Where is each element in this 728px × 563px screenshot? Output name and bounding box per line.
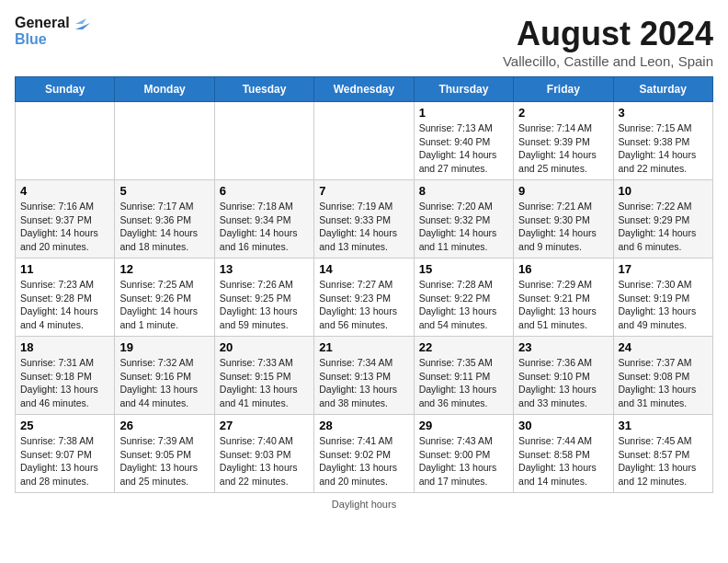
date-number: 20 bbox=[220, 340, 309, 354]
date-number: 30 bbox=[518, 419, 608, 432]
cell-text: Sunrise: 7:15 AM Sunset: 9:38 PM Dayligh… bbox=[619, 121, 708, 176]
calendar-cell bbox=[314, 102, 414, 180]
cell-text: Sunrise: 7:29 AM Sunset: 9:21 PM Dayligh… bbox=[518, 278, 608, 332]
logo: General Blue bbox=[15, 15, 90, 49]
date-number: 2 bbox=[518, 106, 608, 120]
cell-text: Sunrise: 7:13 AM Sunset: 9:40 PM Dayligh… bbox=[419, 121, 508, 176]
date-number: 13 bbox=[220, 262, 309, 276]
calendar-cell: 6Sunrise: 7:18 AM Sunset: 9:34 PM Daylig… bbox=[214, 180, 313, 259]
calendar-cell: 13Sunrise: 7:26 AM Sunset: 9:25 PM Dayli… bbox=[214, 259, 313, 337]
calendar-cell: 2Sunrise: 7:14 AM Sunset: 9:39 PM Daylig… bbox=[514, 102, 613, 180]
cell-text: Sunrise: 7:19 AM Sunset: 9:33 PM Dayligh… bbox=[319, 200, 408, 254]
calendar-cell: 17Sunrise: 7:30 AM Sunset: 9:19 PM Dayli… bbox=[613, 259, 712, 337]
daylight-label: Daylight hours bbox=[332, 499, 396, 510]
calendar-cell: 10Sunrise: 7:22 AM Sunset: 9:29 PM Dayli… bbox=[613, 180, 712, 259]
date-number: 14 bbox=[319, 262, 408, 276]
cell-text: Sunrise: 7:22 AM Sunset: 9:29 PM Dayligh… bbox=[619, 200, 708, 254]
date-number: 25 bbox=[20, 419, 109, 432]
calendar-cell: 19Sunrise: 7:32 AM Sunset: 9:16 PM Dayli… bbox=[115, 337, 214, 415]
cell-text: Sunrise: 7:26 AM Sunset: 9:25 PM Dayligh… bbox=[220, 278, 309, 332]
calendar-cell: 11Sunrise: 7:23 AM Sunset: 9:28 PM Dayli… bbox=[16, 259, 115, 337]
date-number: 23 bbox=[518, 340, 608, 354]
cell-text: Sunrise: 7:20 AM Sunset: 9:32 PM Dayligh… bbox=[419, 200, 508, 254]
date-number: 17 bbox=[619, 262, 708, 276]
date-number: 22 bbox=[419, 340, 508, 354]
date-number: 18 bbox=[20, 340, 109, 354]
calendar-cell: 12Sunrise: 7:25 AM Sunset: 9:26 PM Dayli… bbox=[115, 259, 214, 337]
day-header-sunday: Sunday bbox=[16, 77, 115, 102]
calendar-cell: 9Sunrise: 7:21 AM Sunset: 9:30 PM Daylig… bbox=[514, 180, 613, 259]
calendar-cell: 16Sunrise: 7:29 AM Sunset: 9:21 PM Dayli… bbox=[514, 259, 613, 337]
day-header-saturday: Saturday bbox=[613, 77, 712, 102]
calendar-cell: 5Sunrise: 7:17 AM Sunset: 9:36 PM Daylig… bbox=[115, 180, 214, 259]
cell-text: Sunrise: 7:32 AM Sunset: 9:16 PM Dayligh… bbox=[119, 356, 209, 410]
calendar-cell: 23Sunrise: 7:36 AM Sunset: 9:10 PM Dayli… bbox=[514, 337, 613, 415]
calendar-cell: 24Sunrise: 7:37 AM Sunset: 9:08 PM Dayli… bbox=[613, 337, 712, 415]
date-number: 28 bbox=[319, 419, 408, 432]
cell-text: Sunrise: 7:43 AM Sunset: 9:00 PM Dayligh… bbox=[419, 434, 508, 488]
calendar-cell: 22Sunrise: 7:35 AM Sunset: 9:11 PM Dayli… bbox=[414, 337, 513, 415]
svg-marker-0 bbox=[75, 23, 90, 29]
calendar-cell: 18Sunrise: 7:31 AM Sunset: 9:18 PM Dayli… bbox=[16, 337, 115, 415]
day-header-friday: Friday bbox=[514, 77, 613, 102]
cell-text: Sunrise: 7:27 AM Sunset: 9:23 PM Dayligh… bbox=[319, 278, 408, 332]
cell-text: Sunrise: 7:37 AM Sunset: 9:08 PM Dayligh… bbox=[619, 356, 708, 410]
date-number: 9 bbox=[518, 184, 608, 198]
date-number: 4 bbox=[20, 184, 109, 198]
calendar-cell: 8Sunrise: 7:20 AM Sunset: 9:32 PM Daylig… bbox=[414, 180, 513, 259]
calendar-cell bbox=[115, 102, 214, 180]
date-number: 29 bbox=[419, 419, 508, 432]
date-number: 19 bbox=[119, 340, 209, 354]
cell-text: Sunrise: 7:40 AM Sunset: 9:03 PM Dayligh… bbox=[220, 434, 309, 488]
day-header-wednesday: Wednesday bbox=[314, 77, 414, 102]
cell-text: Sunrise: 7:45 AM Sunset: 8:57 PM Dayligh… bbox=[619, 434, 708, 488]
date-number: 24 bbox=[619, 340, 708, 354]
day-header-thursday: Thursday bbox=[414, 77, 513, 102]
cell-text: Sunrise: 7:18 AM Sunset: 9:34 PM Dayligh… bbox=[220, 200, 309, 254]
date-number: 16 bbox=[518, 262, 608, 276]
date-number: 15 bbox=[419, 262, 508, 276]
calendar-cell: 14Sunrise: 7:27 AM Sunset: 9:23 PM Dayli… bbox=[314, 259, 414, 337]
cell-text: Sunrise: 7:30 AM Sunset: 9:19 PM Dayligh… bbox=[619, 278, 708, 332]
calendar-table: SundayMondayTuesdayWednesdayThursdayFrid… bbox=[15, 76, 713, 493]
cell-text: Sunrise: 7:28 AM Sunset: 9:22 PM Dayligh… bbox=[419, 278, 508, 332]
svg-marker-1 bbox=[75, 18, 86, 24]
cell-text: Sunrise: 7:33 AM Sunset: 9:15 PM Dayligh… bbox=[220, 356, 309, 410]
date-number: 26 bbox=[119, 419, 209, 432]
calendar-cell bbox=[214, 102, 313, 180]
subtitle: Vallecillo, Castille and Leon, Spain bbox=[503, 53, 713, 69]
cell-text: Sunrise: 7:38 AM Sunset: 9:07 PM Dayligh… bbox=[20, 434, 109, 488]
cell-text: Sunrise: 7:39 AM Sunset: 9:05 PM Dayligh… bbox=[119, 434, 209, 488]
calendar-cell: 28Sunrise: 7:41 AM Sunset: 9:02 PM Dayli… bbox=[314, 415, 414, 493]
date-number: 10 bbox=[619, 184, 708, 198]
calendar-cell: 29Sunrise: 7:43 AM Sunset: 9:00 PM Dayli… bbox=[414, 415, 513, 493]
footer: Daylight hours bbox=[15, 499, 713, 510]
cell-text: Sunrise: 7:16 AM Sunset: 9:37 PM Dayligh… bbox=[20, 200, 109, 254]
calendar-cell: 7Sunrise: 7:19 AM Sunset: 9:33 PM Daylig… bbox=[314, 180, 414, 259]
date-number: 6 bbox=[220, 184, 309, 198]
date-number: 11 bbox=[20, 262, 109, 276]
day-header-tuesday: Tuesday bbox=[214, 77, 313, 102]
cell-text: Sunrise: 7:17 AM Sunset: 9:36 PM Dayligh… bbox=[119, 200, 209, 254]
date-number: 12 bbox=[119, 262, 209, 276]
calendar-cell: 25Sunrise: 7:38 AM Sunset: 9:07 PM Dayli… bbox=[16, 415, 115, 493]
cell-text: Sunrise: 7:31 AM Sunset: 9:18 PM Dayligh… bbox=[20, 356, 109, 410]
cell-text: Sunrise: 7:41 AM Sunset: 9:02 PM Dayligh… bbox=[319, 434, 408, 488]
calendar-cell: 31Sunrise: 7:45 AM Sunset: 8:57 PM Dayli… bbox=[613, 415, 712, 493]
date-number: 5 bbox=[119, 184, 209, 198]
cell-text: Sunrise: 7:35 AM Sunset: 9:11 PM Dayligh… bbox=[419, 356, 508, 410]
cell-text: Sunrise: 7:21 AM Sunset: 9:30 PM Dayligh… bbox=[518, 200, 608, 254]
calendar-cell: 1Sunrise: 7:13 AM Sunset: 9:40 PM Daylig… bbox=[414, 102, 513, 180]
calendar-cell: 3Sunrise: 7:15 AM Sunset: 9:38 PM Daylig… bbox=[613, 102, 712, 180]
date-number: 27 bbox=[220, 419, 309, 432]
cell-text: Sunrise: 7:14 AM Sunset: 9:39 PM Dayligh… bbox=[518, 121, 608, 176]
cell-text: Sunrise: 7:34 AM Sunset: 9:13 PM Dayligh… bbox=[319, 356, 408, 410]
calendar-cell bbox=[16, 102, 115, 180]
cell-text: Sunrise: 7:25 AM Sunset: 9:26 PM Dayligh… bbox=[119, 278, 209, 332]
date-number: 8 bbox=[419, 184, 508, 198]
calendar-cell: 27Sunrise: 7:40 AM Sunset: 9:03 PM Dayli… bbox=[214, 415, 313, 493]
date-number: 1 bbox=[419, 106, 508, 120]
title-area: August 2024 Vallecillo, Castille and Leo… bbox=[503, 15, 713, 69]
cell-text: Sunrise: 7:23 AM Sunset: 9:28 PM Dayligh… bbox=[20, 278, 109, 332]
cell-text: Sunrise: 7:44 AM Sunset: 8:58 PM Dayligh… bbox=[518, 434, 608, 488]
